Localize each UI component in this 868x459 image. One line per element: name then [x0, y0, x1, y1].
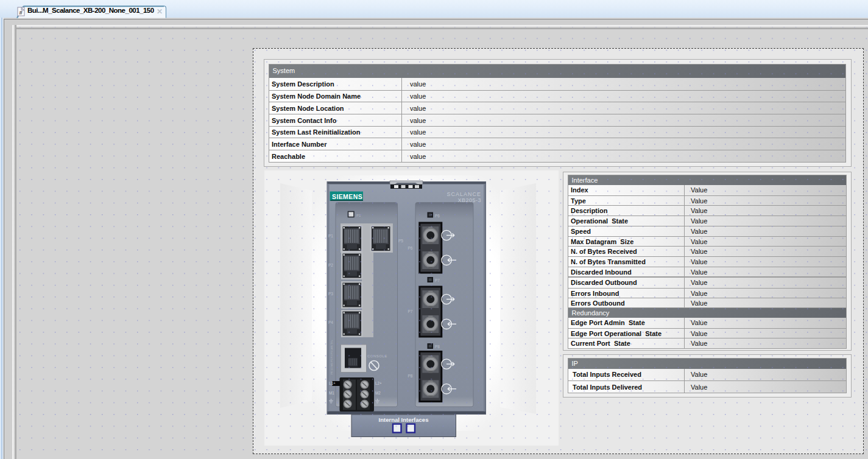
svg-text:PE L1 M1 P5 P4 P3 LAN T: PE L1 M1 P5 P4 P3 LAN TX+	[330, 340, 333, 374]
svg-text:P4: P4	[328, 320, 333, 324]
svg-text:P1: P1	[328, 234, 333, 238]
svg-text:L1+: L1+	[329, 381, 336, 385]
svg-text:P7: P7	[408, 309, 413, 314]
svg-text:SCALANCE: SCALANCE	[446, 191, 481, 197]
svg-text:P8: P8	[435, 345, 440, 349]
svg-text:CONSOLE: CONSOLE	[367, 354, 387, 358]
svg-text:P5: P5	[398, 239, 403, 243]
svg-text:M2: M2	[375, 391, 381, 395]
svg-text:#: #	[19, 9, 23, 16]
svg-text:Internal Interfaces: Internal Interfaces	[379, 416, 429, 423]
svg-text:P3: P3	[328, 292, 333, 296]
svg-text:P6: P6	[435, 214, 440, 218]
svg-text:XB205-3: XB205-3	[457, 197, 481, 203]
svg-text:P2: P2	[328, 263, 333, 267]
svg-text:M1: M1	[329, 391, 334, 395]
svg-text:SIEMENS: SIEMENS	[332, 193, 362, 200]
svg-text:L2+: L2+	[375, 381, 382, 385]
svg-text:P6: P6	[408, 246, 413, 250]
svg-text:P7: P7	[435, 278, 440, 282]
svg-text:P8: P8	[408, 374, 413, 378]
svg-text:P1: P1	[356, 214, 361, 217]
